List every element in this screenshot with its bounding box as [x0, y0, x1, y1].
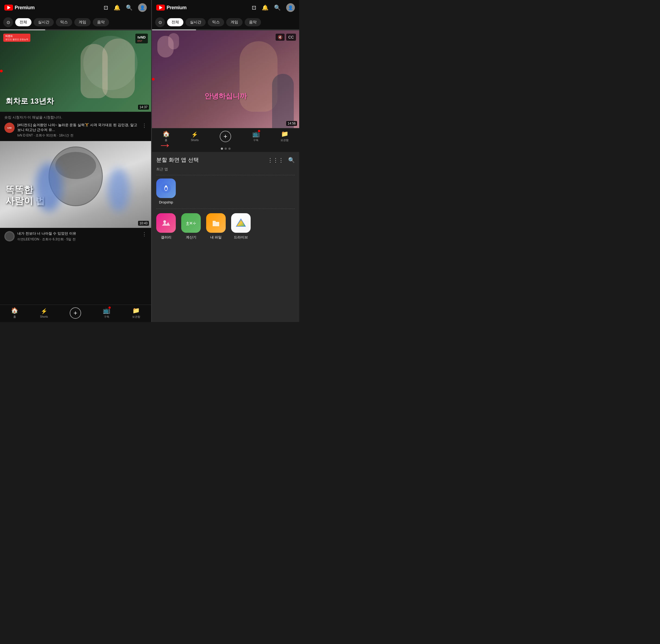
right-video-thumbnail[interactable]: 안녕하십니까 🔇 CC 14:56: [152, 30, 299, 128]
right-sub-badge: [258, 130, 260, 132]
right-nav-add-button[interactable]: +: [220, 131, 231, 142]
right-avatar[interactable]: 👤: [286, 3, 295, 12]
right-arrow-icon: →: [158, 137, 172, 153]
blur-overlay-1: [35, 163, 62, 212]
right-yt-icon: [156, 5, 165, 10]
tab-music[interactable]: 음악: [93, 18, 109, 26]
shorts-label: Shorts: [40, 315, 48, 318]
split-screen-panel: 분할 화면 앱 선택 ⋮⋮⋮ 🔍 최근 앱: [152, 152, 299, 322]
drive-label: 드라이브: [234, 235, 248, 240]
tab-live[interactable]: 실시간: [33, 18, 54, 26]
right-video-subtitle: 안녕하십니까: [205, 91, 247, 101]
video2-channel-info: 이연LEEYEON · 조회수 6.3만회 · 5일 전: [17, 237, 139, 242]
nav-library[interactable]: 📁 보관함: [132, 307, 140, 319]
video1-title: [#티전드] 숨겨왔던 나의~ 놀라운 운동 실력🏋️ 사격 국가대표 된 김민…: [17, 123, 139, 132]
yt-icon: [4, 5, 13, 10]
right-notification-icon[interactable]: 🔔: [262, 4, 269, 11]
video1-overlay: 회차로 13년차: [5, 96, 54, 106]
nav-subscriptions[interactable]: 📺 구독: [103, 307, 110, 319]
explore-tab[interactable]: ⊙: [3, 17, 13, 27]
right-shorts-label: Shorts: [191, 139, 199, 142]
app-myfiles[interactable]: 내 파일: [206, 213, 226, 240]
cc-button[interactable]: CC: [286, 33, 296, 41]
right-nav-subscriptions[interactable]: 📺 구독: [252, 131, 259, 142]
apps-row2: 갤러리 ±×÷ 계산기 내 파일: [156, 213, 295, 240]
channel-badge-sub: ENT: [138, 40, 146, 42]
dropship-icon: [156, 179, 176, 198]
library-label: 보관함: [132, 315, 140, 319]
right-nav-library[interactable]: 📁 보관함: [280, 131, 289, 142]
progress-dot: [0, 70, 3, 72]
tab-game[interactable]: 게임: [74, 18, 91, 26]
right-header-icons: ⊡ 🔔 🔍 👤: [252, 3, 295, 12]
right-tab-mix[interactable]: 믹스: [208, 18, 224, 26]
app-calculator[interactable]: ±×÷ 계산기: [181, 213, 201, 240]
search-icon[interactable]: 🔍: [126, 4, 133, 11]
mute-button[interactable]: 🔇: [276, 33, 285, 41]
left-header: Premium ⊡ 🔔 🔍 👤: [0, 0, 151, 15]
right-library-icon: 📁: [281, 131, 288, 138]
video-badge: 티전드 본인도 몰랐던 운동능력: [3, 33, 30, 42]
video1-duration: 14:37: [138, 105, 149, 110]
right-explore-tab[interactable]: ⊙: [155, 17, 165, 27]
gallery-icon: [156, 213, 176, 233]
notification-icon[interactable]: 🔔: [114, 4, 120, 11]
v2-channel-name: 이연LEEYEON: [17, 237, 39, 241]
right-section: Premium ⊡ 🔔 🔍 👤 ⊙ 전체 실시간 믹스 게임 음악: [152, 0, 299, 322]
split-search-icon[interactable]: 🔍: [288, 157, 295, 163]
right-cast-icon[interactable]: ⊡: [252, 4, 256, 11]
avatar[interactable]: 👤: [138, 3, 147, 12]
v2-sep2: ·: [65, 237, 66, 241]
svg-marker-5: [236, 219, 245, 226]
dot2: [225, 147, 227, 150]
v2-views: 조회수 6.3만회: [42, 237, 64, 241]
dot1: [221, 147, 223, 150]
library-icon: 📁: [132, 307, 140, 314]
svg-text:±×÷: ±×÷: [186, 220, 196, 227]
apps-row1: Dropship: [156, 179, 295, 204]
recent-apps-label: 최근 앱: [156, 167, 295, 172]
nav-shorts[interactable]: ⚡ Shorts: [40, 308, 48, 318]
right-tab-game[interactable]: 게임: [226, 18, 243, 26]
cast-icon[interactable]: ⊡: [104, 4, 108, 11]
time-ago: 18시간 전: [59, 134, 73, 137]
left-panel: Premium ⊡ 🔔 🔍 👤 ⊙ 전체 실시간 믹스 게임 음악: [0, 0, 152, 322]
video2-info: 내가 전보다 너 나아질 수 있었던 이유 이연LEEYEON · 조회수 6.…: [0, 228, 151, 245]
shorts-icon-container: ⚡: [41, 308, 47, 315]
more-options-button[interactable]: ⋮: [142, 123, 147, 129]
calculator-icon: ±×÷: [181, 213, 201, 233]
nav-add-button[interactable]: +: [70, 307, 81, 319]
notification-text: 숏킹 시청자가 이 채널을 시청합니다.: [4, 115, 147, 120]
pagination-dots: [152, 145, 299, 152]
right-library-label: 보관함: [280, 138, 289, 142]
video2-container: 똑똑한 사람이 법 10:43: [0, 141, 151, 228]
grid-icon[interactable]: ⋮⋮⋮: [268, 157, 284, 163]
tab-mix[interactable]: 믹스: [56, 18, 72, 26]
right-search-icon[interactable]: 🔍: [274, 4, 281, 11]
right-tab-music[interactable]: 음악: [245, 18, 261, 26]
video2-more-button[interactable]: ⋮: [142, 231, 147, 237]
app-gallery[interactable]: 갤러리: [156, 213, 176, 240]
split-title-row: 분할 화면 앱 선택 ⋮⋮⋮ 🔍: [156, 156, 295, 164]
tab-all[interactable]: 전체: [15, 18, 31, 26]
right-tab-live[interactable]: 실시간: [185, 18, 206, 26]
subscriptions-label: 구독: [104, 315, 109, 319]
badge-subtext: 본인도 몰랐던 운동능력: [5, 38, 28, 41]
right-nav-shorts[interactable]: ⚡ Shorts: [191, 131, 199, 142]
channel-badge: tvND ENT: [135, 33, 148, 43]
video2-thumbnail[interactable]: 똑똑한 사람이 법 10:43: [0, 141, 151, 228]
channel-badge-text: tvND: [138, 35, 146, 39]
right-subs-icon-container: 📺: [252, 131, 259, 138]
nav-home[interactable]: 🏠 홈: [11, 307, 18, 319]
video1-text-info: [#티전드] 숨겨왔던 나의~ 놀라운 운동 실력🏋️ 사격 국가대표 된 김민…: [17, 123, 139, 138]
divider1: [156, 175, 295, 175]
right-progress-dot: [152, 78, 155, 80]
v2-time: 5일 전: [66, 237, 76, 241]
app-drive[interactable]: 드라이브: [231, 213, 251, 240]
right-tab-all[interactable]: 전체: [167, 18, 183, 26]
separator2: ·: [57, 134, 59, 137]
video1-thumbnail[interactable]: 티전드 본인도 몰랐던 운동능력 tvND ENT 회차로 13년차 14:37: [0, 30, 151, 112]
app-dropship[interactable]: Dropship: [156, 179, 176, 204]
youtube-logo: Premium: [4, 5, 35, 10]
dot3: [228, 147, 231, 150]
